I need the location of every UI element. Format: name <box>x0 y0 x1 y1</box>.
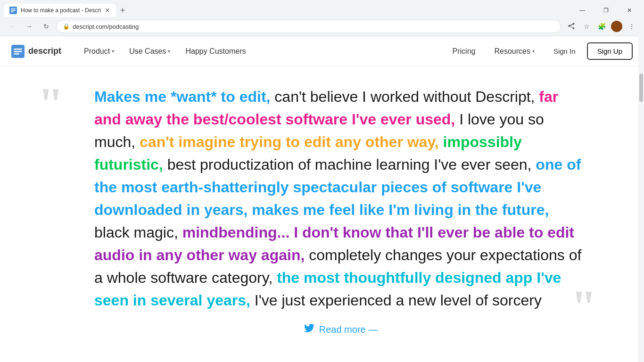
forward-button[interactable]: → <box>23 20 36 33</box>
sign-up-label: Sign Up <box>597 47 622 55</box>
sign-in-button[interactable]: Sign In <box>546 43 583 59</box>
read-more-button[interactable]: Read more — <box>94 312 587 340</box>
url-text: descript.com/podcasting <box>73 23 139 30</box>
logo-icon <box>11 45 25 58</box>
nav-happy-customers-label: Happy Customers <box>185 47 246 56</box>
nav-resources-label: Resources <box>494 47 530 56</box>
logo[interactable]: descript <box>11 45 61 58</box>
tab-bar: How to make a podcast - Descri ✕ + — ❐ ✕ <box>0 0 644 17</box>
nav-item-use-cases[interactable]: Use Cases ▾ <box>122 43 178 59</box>
testimonial-segment-10 <box>248 201 252 218</box>
extensions-button[interactable]: 🧩 <box>595 20 608 33</box>
nav-item-resources[interactable]: Resources ▾ <box>487 43 542 59</box>
browser-chrome: How to make a podcast - Descri ✕ + — ❐ ✕… <box>0 0 644 36</box>
svg-rect-5 <box>14 51 22 52</box>
nav-product-label: Product <box>84 47 110 56</box>
avatar <box>611 21 622 32</box>
tab-close-button[interactable]: ✕ <box>105 7 110 14</box>
sign-up-button[interactable]: Sign Up <box>587 42 633 60</box>
url-bar[interactable]: 🔒 descript.com/podcasting <box>57 20 561 33</box>
svg-rect-6 <box>14 53 19 55</box>
testimonial-segment-1: Makes me *want* to edit, <box>94 88 270 105</box>
testimonial-segment-8: best productization of machine learning … <box>163 156 536 173</box>
site-navigation: descript Product ▾ Use Cases ▾ Happy Cus… <box>0 36 644 66</box>
minimize-button[interactable]: — <box>571 4 593 17</box>
close-button[interactable]: ✕ <box>619 4 640 17</box>
quote-close-icon: " <box>570 283 597 330</box>
nav-pricing-label: Pricing <box>453 47 476 56</box>
tab-title: How to make a podcast - Descri <box>21 7 101 14</box>
resources-chevron-icon: ▾ <box>532 49 535 54</box>
testimonial-text: Makes me *want* to edit, can't believe I… <box>94 85 587 312</box>
testimonial-segment-5: can't imagine trying to edit any other w… <box>140 133 439 150</box>
main-content: " Makes me *want* to edit, can't believe… <box>0 66 644 362</box>
maximize-button[interactable]: ❐ <box>595 4 617 17</box>
svg-rect-4 <box>14 49 22 50</box>
logo-text: descript <box>28 46 61 56</box>
testimonial-segment-2: can't believe I worked without Descript, <box>270 88 539 105</box>
bookmark-button[interactable]: ☆ <box>580 20 593 33</box>
nav-item-product[interactable]: Product ▾ <box>76 43 122 59</box>
testimonial-segment-6 <box>439 133 443 150</box>
lock-icon: 🔒 <box>63 23 70 30</box>
nav-item-pricing[interactable]: Pricing <box>445 43 483 59</box>
twitter-icon <box>304 323 314 336</box>
nav-right: Pricing Resources ▾ Sign In Sign Up <box>445 42 633 60</box>
read-more-label: Read more — <box>319 324 378 335</box>
active-tab[interactable]: How to make a podcast - Descri ✕ <box>4 4 116 17</box>
profile-picture[interactable] <box>610 20 623 33</box>
svg-rect-2 <box>11 11 14 12</box>
browser-actions: ☆ 🧩 ⋮ <box>565 20 638 33</box>
svg-rect-0 <box>11 8 16 9</box>
nav-links: Product ▾ Use Cases ▾ Happy Customers <box>76 43 253 59</box>
menu-button[interactable]: ⋮ <box>625 20 638 33</box>
product-chevron-icon: ▾ <box>112 49 114 54</box>
scrollbar[interactable] <box>638 36 644 362</box>
testimonial-segment-16: I've just experienced a new level of sor… <box>250 292 542 309</box>
quote-open-icon: " <box>38 81 64 128</box>
new-tab-button[interactable]: + <box>116 4 129 17</box>
nav-item-happy-customers[interactable]: Happy Customers <box>178 43 253 59</box>
testimonial-segment-12: black magic, <box>94 224 182 241</box>
share-button[interactable] <box>565 20 578 33</box>
scrollbar-thumb[interactable] <box>639 74 643 102</box>
tab-favicon <box>9 7 17 14</box>
reload-button[interactable]: ↻ <box>40 20 53 33</box>
svg-rect-1 <box>11 10 16 11</box>
testimonial-segment-11: makes me feel like I'm living in the fut… <box>252 201 549 218</box>
address-bar: ← → ↻ 🔒 descript.com/podcasting ☆ 🧩 ⋮ <box>0 17 644 36</box>
window-controls: — ❐ ✕ <box>571 4 644 17</box>
use-cases-chevron-icon: ▾ <box>168 49 170 54</box>
nav-use-cases-label: Use Cases <box>129 47 166 56</box>
back-button[interactable]: ← <box>6 20 19 33</box>
sign-in-label: Sign In <box>553 47 576 55</box>
